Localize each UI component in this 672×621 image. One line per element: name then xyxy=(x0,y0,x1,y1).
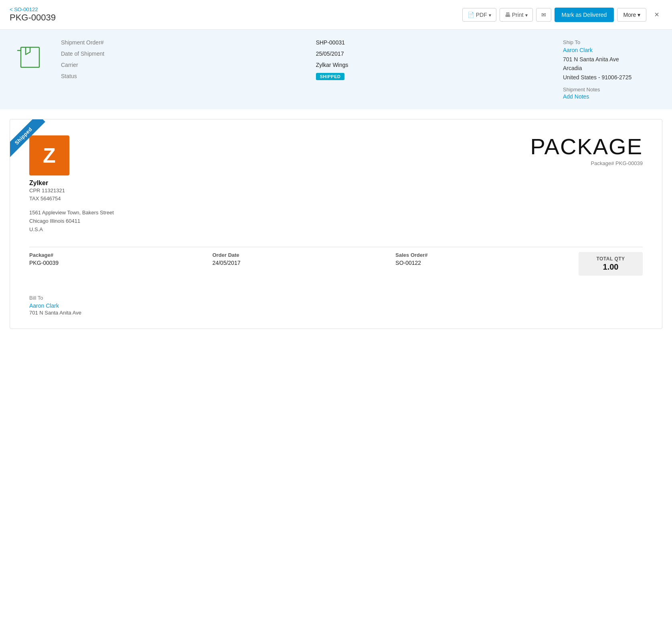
package-title-block: PACKAGE Package# PKG-00039 xyxy=(530,135,643,166)
company-addr-line3: U.S.A xyxy=(29,226,43,232)
shipment-order-value: SHP-00031 xyxy=(316,39,547,46)
company-header: Z Zylker CPR 11321321 TAX 5646754 1561 A… xyxy=(29,135,643,234)
ship-to-addr-line3: United States - 91006-2725 xyxy=(563,74,632,81)
package-hash-label: Package# xyxy=(29,252,206,258)
company-cpr: CPR 11321321 xyxy=(29,187,65,195)
document-section: Shipped Z Zylker CPR 11321321 TAX 564675… xyxy=(10,119,662,329)
document-content: Z Zylker CPR 11321321 TAX 5646754 1561 A… xyxy=(10,119,662,328)
package-big-title: PACKAGE xyxy=(530,135,643,158)
print-button[interactable]: 🖶 Print xyxy=(500,8,533,22)
ship-to-address: 701 N Santa Anita Ave Arcadia United Sta… xyxy=(563,55,659,82)
package-number-value: PKG-00039 xyxy=(615,160,643,166)
email-button[interactable]: ✉ xyxy=(536,8,551,22)
ship-to-name[interactable]: Aaron Clark xyxy=(563,47,659,53)
package-number: Package# PKG-00039 xyxy=(530,160,643,166)
total-qty-box: TOTAL QTY 1.00 xyxy=(579,252,643,276)
more-label: More xyxy=(623,12,636,18)
print-icon: 🖶 xyxy=(505,12,510,18)
bill-to-section: Bill To Aaron Clark 701 N Santa Anita Av… xyxy=(29,292,643,316)
ship-to-section: Ship To Aaron Clark 701 N Santa Anita Av… xyxy=(563,39,659,100)
order-date-value: 24/05/2017 xyxy=(213,260,389,266)
summary-row: Package# PKG-00039 Order Date 24/05/2017… xyxy=(29,247,643,280)
status-label: Status xyxy=(61,73,303,80)
add-notes-link[interactable]: Add Notes xyxy=(563,93,659,100)
shipment-order-label: Shipment Order# xyxy=(61,39,303,46)
company-addr-line2: Chicago Illinois 60411 xyxy=(29,218,80,224)
info-panel: Shipment Order# SHP-00031 Date of Shipme… xyxy=(0,30,672,109)
page-title: PKG-00039 xyxy=(10,12,462,23)
summary-table: Package# PKG-00039 Order Date 24/05/2017… xyxy=(29,247,643,280)
total-qty-label: TOTAL QTY xyxy=(591,256,630,262)
package-hash-value: PKG-00039 xyxy=(29,260,206,266)
shipped-ribbon: Shipped xyxy=(10,119,58,167)
date-of-shipment-label: Date of Shipment xyxy=(61,50,303,57)
sales-order-label: Sales Order# xyxy=(395,252,572,258)
ship-to-label: Ship To xyxy=(563,39,659,45)
ribbon-text: Shipped xyxy=(10,119,45,158)
package-hash-col: Package# PKG-00039 xyxy=(29,252,213,276)
carrier-value: Zylkar Wings xyxy=(316,62,547,68)
order-date-label: Order Date xyxy=(213,252,389,258)
sales-order-col: Sales Order# SO-00122 xyxy=(395,252,579,276)
company-tax: TAX 5646754 xyxy=(29,195,61,203)
pdf-button[interactable]: 📄 PDF xyxy=(462,8,496,22)
bill-to-label: Bill To xyxy=(29,295,643,301)
pdf-chevron-icon xyxy=(489,12,491,18)
shipment-icon xyxy=(13,39,45,71)
status-badge: SHIPPED xyxy=(316,73,345,80)
header-left: < SO-00122 PKG-00039 xyxy=(10,6,462,23)
status-badge-container: SHIPPED xyxy=(316,73,547,80)
email-icon: ✉ xyxy=(541,12,546,18)
more-chevron-icon: ▾ xyxy=(638,12,640,18)
shipment-notes-label: Shipment Notes xyxy=(563,87,659,93)
shipment-details: Shipment Order# SHP-00031 Date of Shipme… xyxy=(61,39,547,80)
ship-to-addr-line1: 701 N Santa Anita Ave xyxy=(563,56,619,63)
print-label: Print xyxy=(512,12,524,18)
sales-order-value: SO-00122 xyxy=(395,260,572,266)
back-link[interactable]: < SO-00122 xyxy=(10,6,462,12)
company-address: 1561 Appleview Town, Bakers Street Chica… xyxy=(29,209,114,234)
date-of-shipment-value: 25/05/2017 xyxy=(316,50,547,57)
bill-to-name[interactable]: Aaron Clark xyxy=(29,302,643,309)
package-number-label: Package# xyxy=(591,160,614,166)
header-actions: 📄 PDF 🖶 Print ✉ Mark as Delivered More ▾… xyxy=(462,8,662,22)
pdf-icon: 📄 xyxy=(468,12,474,18)
print-chevron-icon xyxy=(525,12,528,18)
close-button[interactable]: × xyxy=(651,8,662,21)
order-date-col: Order Date 24/05/2017 xyxy=(213,252,396,276)
pdf-label: PDF xyxy=(476,12,487,18)
ship-to-addr-line2: Arcadia xyxy=(563,65,582,71)
bill-to-address: 701 N Santa Anita Ave xyxy=(29,310,643,316)
company-addr-line1: 1561 Appleview Town, Bakers Street xyxy=(29,210,114,216)
page-header: < SO-00122 PKG-00039 📄 PDF 🖶 Print ✉ Mar… xyxy=(0,0,672,30)
mark-delivered-button[interactable]: Mark as Delivered xyxy=(555,8,614,22)
total-qty-value: 1.00 xyxy=(591,262,630,272)
company-name: Zylker xyxy=(29,179,48,187)
more-button[interactable]: More ▾ xyxy=(617,8,646,22)
carrier-label: Carrier xyxy=(61,62,303,68)
